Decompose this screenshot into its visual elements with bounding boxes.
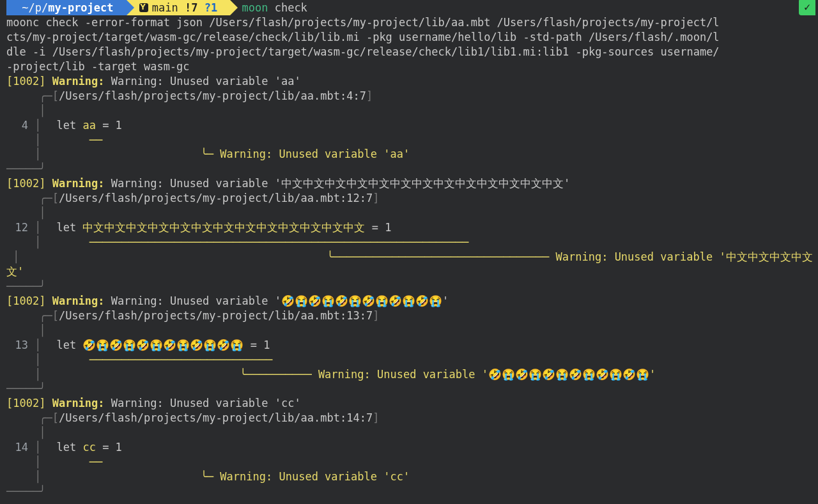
command: moon check	[242, 1, 307, 15]
line-number: 4	[6, 118, 35, 133]
underline: │ ──────────────────────────────────────…	[6, 235, 812, 250]
raw-output-line: dle -i /Users/flash/projects/my-project/…	[6, 45, 812, 59]
warning-code: [1002]	[6, 75, 45, 88]
box-drawing-close: ─────╯	[6, 162, 812, 176]
identifier: 🤣😭🤣😭🤣😭🤣😭🤣😭🤣😭	[82, 339, 243, 351]
underline: │ ──	[6, 133, 812, 148]
prompt-path-segment: ~/p/my-project	[6, 0, 127, 15]
box-drawing: │	[6, 323, 812, 338]
box-drawing: │	[35, 118, 43, 133]
warning-block: [1002] Warning: Warning: Unused variable…	[6, 74, 812, 177]
warning-header: [1002] Warning: Warning: Unused variable…	[6, 176, 812, 191]
git-branch-icon	[139, 3, 148, 12]
warning-code: [1002]	[6, 294, 45, 307]
warning-text: Warning: Unused variable 'aa'	[111, 75, 301, 88]
prompt-untracked-count: ?1	[204, 1, 217, 15]
source-line: 4│ let aa = 1	[6, 118, 812, 133]
box-drawing-close: ─────╯	[6, 484, 812, 499]
warning-label: Warning:	[52, 177, 105, 190]
box-drawing: │	[35, 440, 43, 455]
warning-text: Warning: Unused variable '中文中文中文中文中文中文中文…	[111, 177, 570, 190]
warning-location: ╭─[/Users/flash/projects/my-project/lib/…	[6, 411, 812, 425]
warning-header: [1002] Warning: Warning: Unused variable…	[6, 74, 812, 89]
line-number: 14	[6, 440, 35, 455]
box-drawing: │	[35, 338, 43, 353]
warning-location: ╭─[/Users/flash/projects/my-project/lib/…	[6, 309, 812, 323]
warning-label: Warning:	[52, 294, 105, 307]
warning-block: [1002] Warning: Warning: Unused variable…	[6, 294, 812, 397]
warning-message: │ ╰───────────────────────────────── War…	[6, 250, 812, 264]
warning-code: [1002]	[6, 397, 45, 409]
box-drawing-close: ─────╯	[6, 279, 812, 294]
warning-location: ╭─[/Users/flash/projects/my-project/lib/…	[6, 89, 812, 103]
identifier: cc	[82, 441, 95, 454]
line-number: 13	[6, 338, 35, 353]
status-check-icon: ✓	[799, 0, 815, 15]
warning-message: │ ╰─ Warning: Unused variable 'cc'	[6, 470, 812, 484]
prompt-modified-count: !7	[185, 1, 197, 15]
warning-code: [1002]	[6, 177, 45, 190]
warning-message: │ ╰─ Warning: Unused variable 'aa'	[6, 147, 812, 162]
prompt-line: ~/p/my-project main !7 ?1 moon check ✓	[6, 0, 812, 15]
raw-output-line: moonc check -error-format json /Users/fl…	[6, 15, 812, 30]
box-drawing: │	[6, 206, 812, 220]
warning-location: ╭─[/Users/flash/projects/my-project/lib/…	[6, 191, 812, 206]
source-line: 13│ let 🤣😭🤣😭🤣😭🤣😭🤣😭🤣😭 = 1	[6, 338, 812, 353]
raw-output-line: -project/lib -target wasm-gc	[6, 59, 812, 74]
warning-message-wrap: 文'	[6, 264, 812, 279]
warning-text: Warning: Unused variable 'cc'	[111, 397, 301, 409]
warning-label: Warning:	[52, 397, 105, 409]
raw-output-line: cts/my-project/target/wasm-gc/release/ch…	[6, 30, 812, 45]
warning-message: │ ╰────────── Warning: Unused variable '…	[6, 367, 812, 382]
box-drawing: │	[6, 425, 812, 440]
warning-text: Warning: Unused variable '🤣😭🤣😭🤣😭🤣😭🤣😭🤣😭'	[111, 294, 449, 307]
identifier: 中文中文中文中文中文中文中文中文中文中文中文中文中文	[82, 221, 365, 234]
prompt-path-prefix: ~/p/	[15, 1, 48, 15]
box-drawing: │	[6, 103, 812, 118]
warning-header: [1002] Warning: Warning: Unused variable…	[6, 294, 812, 309]
warning-header: [1002] Warning: Warning: Unused variable…	[6, 396, 812, 411]
prompt-branch-segment: main !7 ?1	[127, 0, 231, 15]
warning-block: [1002] Warning: Warning: Unused variable…	[6, 396, 812, 499]
identifier: aa	[82, 119, 95, 132]
box-drawing: │	[35, 220, 43, 235]
source-line: 12│ let 中文中文中文中文中文中文中文中文中文中文中文中文中文 = 1	[6, 220, 812, 235]
warning-label: Warning:	[52, 75, 105, 88]
source-line: 14│ let cc = 1	[6, 440, 812, 455]
terminal[interactable]: ~/p/my-project main !7 ?1 moon check ✓ m…	[0, 0, 818, 504]
subcommand: check	[275, 1, 307, 14]
prompt-branch: main	[152, 1, 178, 15]
warning-block: [1002] Warning: Warning: Unused variable…	[6, 176, 812, 294]
line-number: 12	[6, 220, 35, 235]
prompt-project: my-project	[48, 1, 113, 15]
box-drawing-close: ─────╯	[6, 381, 812, 396]
underline: │ ────────────────────────────	[6, 353, 812, 367]
underline: │ ──	[6, 455, 812, 470]
